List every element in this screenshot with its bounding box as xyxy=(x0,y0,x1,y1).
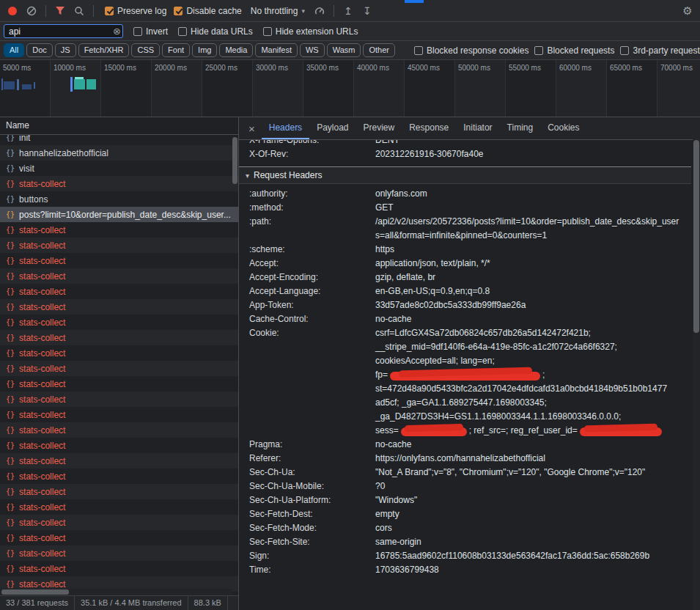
request-row[interactable]: buttons xyxy=(0,191,238,207)
request-row[interactable]: stats-collect xyxy=(0,561,238,576)
settings-button[interactable]: ⚙ xyxy=(679,2,696,20)
network-conditions-icon xyxy=(314,6,325,16)
clear-button[interactable] xyxy=(23,2,40,20)
request-row[interactable]: stats-collect xyxy=(0,545,238,561)
header-value: "Not_A Brand";v="8", "Chromium";v="120",… xyxy=(375,466,691,479)
request-row[interactable]: stats-collect xyxy=(0,299,238,315)
type-filter-chip[interactable]: All xyxy=(4,43,24,57)
request-row[interactable]: stats-collect xyxy=(0,468,238,484)
header-name: Accept: xyxy=(239,257,375,271)
timeline-overview[interactable]: 5000 ms 10000 ms 15000 ms 20000 ms 25000… xyxy=(0,60,700,117)
record-button[interactable] xyxy=(4,2,21,20)
type-filter-chip[interactable]: WS xyxy=(300,43,325,57)
third-party-requests-checkbox[interactable]: 3rd-party requests xyxy=(620,45,700,56)
details-tab[interactable]: Timing xyxy=(500,117,541,139)
type-filter-chip[interactable]: Font xyxy=(162,43,190,57)
redaction-scribble xyxy=(390,372,540,381)
export-har-button[interactable]: ↧ xyxy=(358,2,376,20)
type-filter-chip[interactable]: Manifest xyxy=(255,43,298,57)
close-details-icon[interactable]: × xyxy=(242,122,262,135)
clear-filter-icon[interactable]: ⊗ xyxy=(113,26,121,37)
disable-cache-checkbox[interactable]: Disable cache xyxy=(174,6,241,16)
request-list-hscrollbar[interactable] xyxy=(0,589,232,595)
request-row[interactable]: stats-collect xyxy=(0,238,238,253)
blocked-response-cookies-checkbox[interactable]: Blocked response cookies xyxy=(414,45,528,56)
blocked-requests-label: Blocked requests xyxy=(547,45,614,56)
network-conditions-button[interactable] xyxy=(311,2,328,20)
request-row[interactable]: stats-collect xyxy=(0,392,238,407)
type-filter-chip[interactable]: Other xyxy=(363,43,395,57)
request-name: buttons xyxy=(19,194,48,205)
request-headers-title: Request Headers xyxy=(254,170,322,180)
request-row[interactable]: stats-collect xyxy=(0,515,238,530)
request-row[interactable]: stats-collect xyxy=(0,376,238,392)
header-value: 202312261916-30670fa40e xyxy=(375,147,691,161)
details-tab[interactable]: Payload xyxy=(309,117,355,139)
request-row[interactable]: stats-collect xyxy=(0,268,238,284)
search-button[interactable] xyxy=(70,2,88,20)
throttling-select[interactable]: No throttling ▾ xyxy=(251,6,305,16)
timeline-column: 55000 ms xyxy=(506,60,556,117)
details-tab[interactable]: Cookies xyxy=(540,117,586,139)
request-row[interactable]: stats-collect xyxy=(0,176,238,191)
header-row: Time: 1703636799438 xyxy=(239,563,691,577)
request-row[interactable]: stats-collect xyxy=(0,530,238,545)
request-row[interactable]: stats-collect xyxy=(0,422,238,438)
type-filter-chip[interactable]: Doc xyxy=(26,43,53,57)
request-row[interactable]: init xyxy=(0,135,238,145)
type-filter-chip[interactable]: Wasm xyxy=(327,43,361,57)
type-filter-chip[interactable]: Img xyxy=(192,43,217,57)
request-row[interactable]: stats-collect xyxy=(0,361,238,376)
request-row[interactable]: stats-collect xyxy=(0,453,238,468)
type-filter-chip[interactable]: CSS xyxy=(131,43,160,57)
request-row[interactable]: posts?limit=10&order=publish_date_desc&s… xyxy=(0,207,238,222)
request-list-scrollbar[interactable] xyxy=(232,136,238,588)
type-filter-chip[interactable]: Media xyxy=(219,43,253,57)
headers-content: X-Frame-Options: DENY X-Of-Rev: 20231226… xyxy=(239,140,700,610)
header-row: Sec-Ch-Ua-Mobile: ?0 xyxy=(239,479,691,493)
request-row[interactable]: stats-collect xyxy=(0,222,238,238)
request-headers-section[interactable]: ▾ Request Headers xyxy=(239,166,691,184)
request-row[interactable]: hannahelizabethofficial xyxy=(0,145,238,161)
details-tab[interactable]: Response xyxy=(402,117,456,139)
scrollbar-thumb[interactable] xyxy=(1,589,69,595)
filter-button[interactable] xyxy=(51,2,69,20)
request-row[interactable]: stats-collect xyxy=(0,484,238,499)
blocked-requests-checkbox[interactable]: Blocked requests xyxy=(534,45,614,56)
type-filter-chip[interactable]: Fetch/XHR xyxy=(78,43,130,57)
timeline-tick-label: 10000 ms xyxy=(54,64,86,72)
invert-checkbox[interactable]: Invert xyxy=(133,26,168,37)
hide-data-urls-checkbox[interactable]: Hide data URLs xyxy=(178,26,253,37)
request-row[interactable]: stats-collect xyxy=(0,284,238,299)
request-row[interactable]: stats-collect xyxy=(0,438,238,453)
header-row: Sign: 16785:5aad9602cf110608b03133de5636… xyxy=(239,549,691,563)
braces-icon xyxy=(6,457,15,465)
checkbox-icon xyxy=(263,27,272,36)
network-toolbar: Preserve log Disable cache No throttling… xyxy=(0,0,700,22)
scrollbar-thumb[interactable] xyxy=(693,140,699,333)
details-tab[interactable]: Initiator xyxy=(456,117,499,139)
name-column-header[interactable]: Name xyxy=(0,117,238,135)
filter-input[interactable] xyxy=(4,24,123,38)
type-filter-chip[interactable]: JS xyxy=(55,43,76,57)
details-tab[interactable]: Preview xyxy=(356,117,402,139)
request-row[interactable]: stats-collect xyxy=(0,499,238,515)
scrollbar-thumb[interactable] xyxy=(232,137,237,184)
preserve-log-checkbox[interactable]: Preserve log xyxy=(105,6,166,16)
request-row[interactable]: stats-collect xyxy=(0,253,238,268)
request-row[interactable]: stats-collect xyxy=(0,345,238,361)
request-row[interactable]: stats-collect xyxy=(0,315,238,330)
header-value: 33d57ade8c02dbc5a333db99ff9ae26a xyxy=(375,298,691,312)
details-tab[interactable]: Headers xyxy=(262,117,309,139)
request-name: stats-collect xyxy=(19,564,65,574)
details-scrollbar[interactable] xyxy=(693,139,700,610)
import-har-icon: ↥ xyxy=(344,6,353,16)
import-har-button[interactable]: ↥ xyxy=(339,2,357,20)
request-row[interactable]: stats-collect xyxy=(0,330,238,345)
request-row[interactable]: visit xyxy=(0,161,238,176)
timeline-column: 50000 ms xyxy=(455,60,506,117)
timeline-tick-label: 15000 ms xyxy=(104,64,136,72)
request-row[interactable]: stats-collect xyxy=(0,407,238,422)
request-details-panel: × HeadersPayloadPreviewResponseInitiator… xyxy=(239,117,700,610)
hide-extension-urls-checkbox[interactable]: Hide extension URLs xyxy=(263,26,358,37)
